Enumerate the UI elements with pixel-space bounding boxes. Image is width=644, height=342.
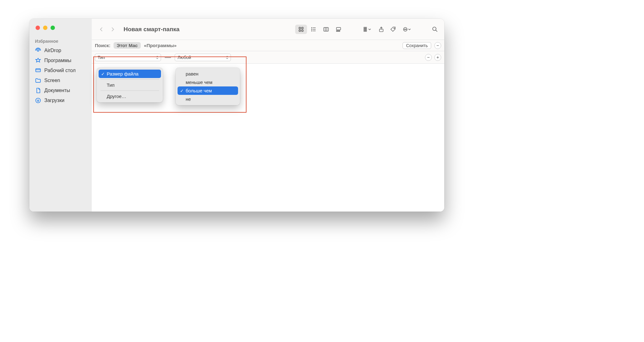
attribute-combo-value: Тип [98,55,105,60]
attribute-combo[interactable]: Тип [95,54,161,61]
share-button[interactable] [376,25,386,34]
svg-rect-11 [336,27,340,30]
sidebar-item-desktop[interactable]: Рабочий стол [29,66,92,76]
save-button[interactable]: Сохранить [402,42,431,49]
svg-rect-18 [365,29,366,30]
menu-item-label: не [186,96,191,102]
svg-rect-6 [302,30,303,31]
column-view-button[interactable] [320,25,332,34]
sidebar-item-downloads[interactable]: Загрузки [29,95,92,105]
gallery-view-button[interactable] [333,25,344,34]
chevron-updown-icon [156,55,159,60]
svg-point-25 [404,29,405,30]
comparator-menu-popup: равен меньше чем ✓ больше чем не [176,68,240,105]
menu-item-label: больше чем [186,88,212,93]
svg-rect-1 [36,69,41,72]
zoom-window-button[interactable] [51,26,55,30]
checkmark-icon: ✓ [180,88,184,93]
downloads-icon [35,97,41,104]
svg-rect-3 [299,27,300,29]
sidebar-item-screen[interactable]: Screen [29,76,92,86]
svg-rect-16 [365,27,366,28]
menu-item-label: равен [186,71,198,76]
minimize-window-button[interactable] [43,26,47,30]
svg-point-7 [311,27,312,28]
attribute-menu-popup: ✓ Размер файла Тип Другое… [97,68,163,102]
svg-rect-12 [336,31,337,32]
svg-rect-15 [364,27,365,28]
menu-item-label: Тип [107,82,115,88]
sidebar-item-label: Документы [44,88,70,93]
svg-rect-5 [299,30,300,31]
remove-criteria-button[interactable] [425,54,432,61]
attribute-menu-item-file-size[interactable]: ✓ Размер файла [99,70,161,78]
menu-separator [100,79,159,80]
search-button[interactable] [430,25,440,34]
action-menu-button[interactable] [400,25,414,34]
add-criteria-button[interactable] [434,54,441,61]
close-window-button[interactable] [36,26,40,30]
window-controls [29,26,92,36]
svg-rect-4 [302,27,303,29]
svg-point-26 [406,29,407,30]
scope-alt[interactable]: «Программы» [144,43,177,48]
comparator-menu-item-equals[interactable]: равен [178,70,238,78]
folder-icon [35,77,41,84]
view-switcher [295,25,344,34]
sidebar-item-label: Рабочий стол [44,68,76,73]
window-title: Новая смарт-папка [124,26,179,33]
applications-icon [35,57,41,64]
search-label: Поиск: [95,43,110,48]
search-scope-bar: Поиск: Этот Mac «Программы» Сохранить [92,40,444,51]
svg-rect-13 [338,31,339,32]
sidebar-item-label: AirDrop [44,48,61,53]
svg-point-9 [311,31,312,31]
menu-separator [100,90,159,91]
attribute-menu-item-type[interactable]: Тип [99,81,161,89]
icon-view-button[interactable] [295,25,307,34]
svg-rect-17 [364,29,365,30]
menu-item-label: Другое… [107,94,126,99]
svg-rect-14 [339,31,340,32]
criteria-row: Тип — Любой [92,51,444,64]
svg-point-0 [37,50,39,51]
svg-rect-20 [365,30,366,31]
menu-item-label: меньше чем [186,80,212,85]
svg-rect-10 [324,27,329,31]
sidebar-section-favorites: Избранное [29,36,92,46]
document-icon [35,87,41,94]
desktop-icon [35,67,41,74]
chevron-updown-icon [226,55,229,60]
list-view-button[interactable] [308,25,320,34]
menu-item-label: Размер файла [107,71,139,76]
attribute-menu-item-other[interactable]: Другое… [99,92,161,100]
sidebar-item-label: Программы [44,58,71,63]
svg-rect-19 [364,30,365,31]
svg-point-8 [311,29,312,30]
value-combo[interactable]: Любой [175,54,231,61]
scope-this-mac[interactable]: Этот Mac [114,42,141,49]
main-area: Новая смарт-папка [92,19,444,212]
svg-point-24 [405,29,406,30]
group-by-button[interactable] [361,25,374,34]
comparator-menu-item-greater-than[interactable]: ✓ больше чем [178,86,238,95]
sidebar-item-label: Screen [44,78,60,83]
svg-point-27 [433,27,436,30]
sidebar: Избранное AirDrop Программы Рабочий стол… [29,19,92,212]
comparator-menu-item-less-than[interactable]: меньше чем [178,78,238,86]
tags-button[interactable] [388,25,398,34]
airdrop-icon [35,47,41,54]
back-button[interactable] [96,24,107,35]
criteria-separator: — [165,54,171,61]
value-combo-value: Любой [178,55,191,60]
svg-point-22 [394,28,395,29]
sidebar-item-documents[interactable]: Документы [29,86,92,95]
checkmark-icon: ✓ [101,71,105,76]
forward-button[interactable] [107,24,118,35]
comparator-menu-item-not[interactable]: не [178,95,238,103]
sidebar-item-applications[interactable]: Программы [29,56,92,66]
sidebar-item-airdrop[interactable]: AirDrop [29,46,92,56]
sidebar-item-label: Загрузки [44,98,64,103]
toolbar: Новая смарт-папка [92,19,444,40]
remove-search-button[interactable] [434,42,441,49]
